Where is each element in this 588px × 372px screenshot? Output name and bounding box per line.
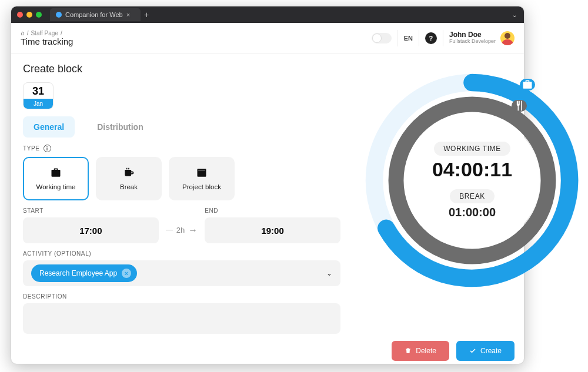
trash-icon	[405, 347, 412, 354]
user-role: Fullstack Developer	[449, 39, 496, 45]
duration-indicator: 2h →	[166, 225, 198, 236]
date-month: Jan	[24, 99, 53, 109]
maximize-window-icon[interactable]	[36, 12, 42, 18]
browser-titlebar: Companion for Web × + ⌄	[11, 6, 524, 23]
app-header: ⌂ / Staff Page / Time tracking EN ? John…	[11, 23, 524, 53]
create-button[interactable]: Create	[456, 341, 514, 361]
tab-favicon-icon	[56, 12, 62, 18]
delete-button-label: Delete	[416, 347, 436, 355]
type-break[interactable]: Break	[96, 157, 162, 200]
activity-select[interactable]: Research Employee App × ⌄	[23, 260, 340, 286]
tab-general[interactable]: General	[23, 116, 75, 138]
info-icon[interactable]: i	[44, 145, 51, 152]
create-button-label: Create	[480, 347, 502, 355]
type-project-block[interactable]: Project block	[169, 157, 235, 200]
breadcrumb: ⌂ / Staff Page /	[21, 29, 73, 36]
breadcrumb-item[interactable]: Staff Page	[31, 30, 58, 36]
user-menu[interactable]: John Doe Fullstack Developer	[449, 31, 514, 45]
type-label: TYPE	[23, 145, 40, 152]
type-working-time[interactable]: Working time	[23, 157, 89, 200]
coffee-icon	[122, 167, 136, 179]
chevron-down-icon[interactable]: ⌄	[326, 269, 332, 277]
help-icon[interactable]: ?	[425, 32, 437, 44]
close-window-icon[interactable]	[17, 12, 23, 18]
timer-ring: WORKING TIME 04:00:11 BREAK 01:00:00	[363, 72, 581, 289]
start-time-input[interactable]: 17:00	[23, 217, 159, 243]
description-input[interactable]	[23, 303, 340, 334]
working-time-label: WORKING TIME	[434, 142, 510, 156]
start-label: START	[23, 207, 159, 214]
page-title: Time tracking	[21, 36, 73, 46]
activity-chip: Research Employee App ×	[31, 264, 137, 282]
description-label: DESCRIPTION	[23, 293, 340, 300]
home-icon[interactable]: ⌂	[21, 29, 25, 36]
new-tab-icon[interactable]: +	[144, 10, 149, 19]
break-value: 01:00:00	[449, 206, 496, 219]
end-label: END	[205, 207, 340, 214]
duration-value: 2h	[176, 226, 185, 234]
check-icon	[469, 347, 476, 354]
tab-distribution[interactable]: Distribution	[86, 116, 154, 138]
delete-button[interactable]: Delete	[392, 341, 449, 361]
avatar	[500, 31, 514, 45]
date-card[interactable]: 31 Jan	[23, 82, 54, 109]
browser-tab[interactable]: Companion for Web ×	[50, 8, 141, 21]
activity-chip-label: Research Employee App	[39, 269, 117, 277]
activity-label: ACTIVITY (OPTIONAL)	[23, 250, 340, 257]
working-time-value: 04:00:11	[432, 158, 512, 181]
type-project-block-label: Project block	[182, 183, 221, 190]
type-break-label: Break	[120, 183, 138, 190]
date-day: 31	[24, 83, 53, 99]
briefcase-icon	[49, 167, 63, 179]
end-time-input[interactable]: 19:00	[205, 217, 340, 243]
chip-remove-icon[interactable]: ×	[122, 269, 131, 278]
project-icon	[195, 167, 209, 179]
minimize-window-icon[interactable]	[26, 12, 32, 18]
theme-toggle[interactable]	[372, 33, 392, 43]
close-tab-icon[interactable]: ×	[126, 11, 130, 18]
arrow-right-icon: →	[188, 225, 198, 236]
type-working-time-label: Working time	[36, 183, 76, 190]
window-controls	[17, 12, 42, 18]
language-switcher[interactable]: EN	[404, 35, 413, 42]
break-label: BREAK	[450, 189, 495, 203]
window-chevron-icon[interactable]: ⌄	[512, 12, 517, 18]
tab-title: Companion for Web	[65, 11, 123, 18]
timer-center: WORKING TIME 04:00:11 BREAK 01:00:00	[363, 72, 581, 289]
